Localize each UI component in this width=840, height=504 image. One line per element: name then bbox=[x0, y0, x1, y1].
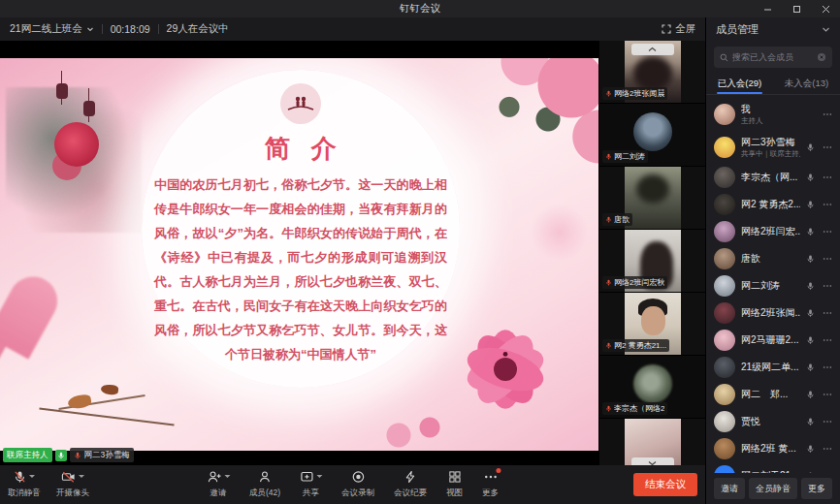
panel-invite-button[interactable]: 邀请 bbox=[714, 478, 745, 499]
view-button[interactable]: 视图 bbox=[446, 470, 463, 499]
decor-flower-faint bbox=[531, 204, 589, 262]
caret-icon[interactable] bbox=[79, 475, 84, 481]
mic-icon[interactable] bbox=[806, 444, 815, 454]
mute-all-button[interactable]: 全员静音 bbox=[749, 478, 797, 499]
mic-icon bbox=[605, 279, 612, 286]
member-row[interactable]: 网2 黄勇杰2... bbox=[706, 191, 840, 218]
search-input[interactable] bbox=[732, 52, 813, 62]
mic-icon[interactable] bbox=[806, 390, 815, 399]
member-row[interactable]: 21级网二单... bbox=[706, 354, 840, 381]
tile-label-text: 网2 黄勇杰21... bbox=[614, 340, 666, 351]
more-options-icon[interactable] bbox=[823, 173, 832, 182]
member-row[interactable]: 贾悦 bbox=[706, 408, 840, 435]
panel-more-button[interactable]: 更多 bbox=[801, 478, 832, 499]
video-tile[interactable]: 唐歆 bbox=[599, 167, 705, 230]
share-screen-button[interactable]: 共享 bbox=[300, 470, 322, 499]
mute-button[interactable]: 取消静音 bbox=[8, 470, 41, 499]
mic-icon[interactable] bbox=[806, 173, 815, 182]
member-row[interactable]: 李宗杰（网... bbox=[706, 164, 840, 191]
mic-icon bbox=[605, 90, 612, 97]
member-row[interactable]: 网2马珊珊2... bbox=[706, 327, 840, 354]
mic-icon[interactable] bbox=[806, 142, 815, 152]
fullscreen-button[interactable]: 全屏 bbox=[662, 22, 695, 36]
mic-icon[interactable] bbox=[806, 335, 815, 345]
more-options-icon[interactable] bbox=[823, 444, 832, 454]
more-options-icon[interactable] bbox=[823, 227, 832, 236]
caret-icon[interactable] bbox=[29, 475, 35, 481]
member-search-box[interactable] bbox=[714, 47, 832, 68]
member-name: 网二3孙雪梅 bbox=[741, 136, 800, 149]
member-row[interactable]: 网二刘涛 bbox=[706, 272, 840, 299]
microphone-muted-icon bbox=[14, 470, 26, 484]
tile-avatar bbox=[633, 364, 672, 403]
more-options-icon[interactable] bbox=[823, 110, 832, 119]
more-options-icon[interactable] bbox=[823, 362, 832, 372]
member-row[interactable]: 网二3孙雪梅 共享中｜联席主持人 bbox=[706, 131, 840, 164]
video-tile[interactable]: 李宗杰（网络2 bbox=[599, 356, 705, 419]
more-options-icon[interactable] bbox=[823, 308, 832, 318]
camera-button[interactable]: 开摄像头 bbox=[56, 470, 89, 499]
panel-title: 成员管理 bbox=[716, 22, 759, 37]
member-row[interactable]: 网络2班张闻... bbox=[706, 299, 840, 327]
more-options-icon[interactable] bbox=[823, 335, 832, 345]
search-clear-icon[interactable] bbox=[817, 52, 826, 62]
maximize-icon[interactable] bbox=[782, 0, 811, 17]
video-tile[interactable]: 网络2班闫宏秋 bbox=[599, 230, 705, 293]
member-tabs: 已入会(29) 未入会(13) bbox=[706, 72, 840, 95]
meeting-name-dropdown[interactable]: 21网二线上班会 bbox=[10, 22, 94, 36]
member-name: 网络2班闫宏... bbox=[741, 225, 800, 238]
scroll-up-button[interactable] bbox=[631, 44, 674, 55]
mic-icon[interactable] bbox=[806, 362, 815, 372]
mic-icon[interactable] bbox=[806, 281, 815, 291]
member-row[interactable]: 网络2班闫宏... bbox=[706, 218, 840, 245]
caret-icon[interactable] bbox=[224, 475, 230, 481]
mic-icon[interactable] bbox=[806, 254, 815, 264]
tile-name-badge: 网2 黄勇杰21... bbox=[602, 339, 669, 352]
more-options-icon[interactable] bbox=[823, 281, 832, 291]
mic-icon[interactable] bbox=[806, 200, 815, 209]
member-row[interactable]: 27 网二刘天21... bbox=[706, 462, 840, 473]
more-options-icon[interactable] bbox=[823, 142, 832, 152]
member-row[interactable]: 网络2班 黄... bbox=[706, 435, 840, 462]
tile-label-text: 网络2班闫宏秋 bbox=[614, 277, 664, 288]
decor-branch bbox=[39, 407, 174, 425]
close-icon[interactable] bbox=[811, 0, 840, 17]
end-meeting-button[interactable]: 结束会议 bbox=[633, 473, 697, 496]
video-tile[interactable]: 网2 黄勇杰21... bbox=[599, 293, 705, 356]
avatar bbox=[714, 167, 735, 188]
member-row[interactable]: 唐歆 bbox=[706, 245, 840, 272]
video-tile[interactable]: 网二刘涛 bbox=[599, 104, 705, 167]
invite-button[interactable]: 邀请 bbox=[207, 470, 230, 499]
caret-icon[interactable] bbox=[316, 475, 322, 481]
member-name: 网2马珊珊2... bbox=[741, 333, 800, 347]
sharer-name-badge: 网二3孙雪梅 bbox=[70, 448, 134, 462]
record-button[interactable]: 会议录制 bbox=[341, 470, 374, 499]
collapse-panel-icon[interactable] bbox=[822, 25, 830, 34]
mic-icon[interactable] bbox=[806, 417, 815, 426]
scroll-down-button[interactable] bbox=[631, 457, 674, 465]
mic-icon[interactable] bbox=[806, 308, 815, 318]
more-options-icon[interactable] bbox=[823, 200, 832, 209]
members-button[interactable]: 成员(42) bbox=[249, 470, 280, 499]
sharer-overlay: 联席主持人 网二3孙雪梅 bbox=[3, 448, 134, 462]
mic-icon[interactable] bbox=[806, 227, 815, 236]
minimize-icon[interactable] bbox=[753, 0, 782, 17]
more-button[interactable]: 更多 bbox=[482, 470, 499, 499]
bottom-toolbar: 取消静音 开摄像头 bbox=[0, 465, 705, 504]
avatar bbox=[714, 384, 735, 405]
minutes-button[interactable]: 会议纪要 bbox=[394, 470, 427, 499]
member-row[interactable]: 网二 郑... bbox=[706, 381, 840, 408]
tile-label-text: 唐歆 bbox=[614, 214, 630, 225]
lightning-note-icon bbox=[404, 470, 417, 484]
more-options-icon[interactable] bbox=[823, 417, 832, 426]
tab-not-joined[interactable]: 未入会(13) bbox=[773, 72, 840, 94]
mic-icon bbox=[605, 342, 612, 349]
video-tile[interactable]: 王娇 bbox=[599, 419, 705, 465]
cohost-badge: 联席主持人 bbox=[3, 448, 52, 462]
app-title: 钉钉会议 bbox=[400, 2, 440, 16]
video-tile[interactable]: 网络2班张闻晨 bbox=[599, 41, 705, 104]
member-row[interactable]: 我 主持人 bbox=[706, 98, 840, 131]
more-options-icon[interactable] bbox=[823, 390, 832, 399]
more-options-icon[interactable] bbox=[823, 254, 832, 264]
tab-joined[interactable]: 已入会(29) bbox=[706, 72, 773, 94]
